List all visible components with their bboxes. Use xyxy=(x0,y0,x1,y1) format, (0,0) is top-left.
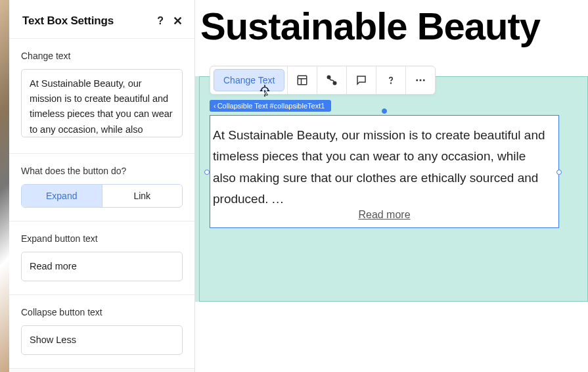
panel-title: Text Box Settings xyxy=(22,14,114,28)
seo-accessibility-header[interactable]: SEO & accessibility xyxy=(9,368,194,372)
toggle-expand[interactable]: Expand xyxy=(22,185,102,207)
expand-text-section: Expand button text xyxy=(9,221,194,294)
resize-handle-top[interactable] xyxy=(382,108,387,114)
collapse-text-label: Collapse button text xyxy=(21,307,183,317)
page-title[interactable]: Sustainable Beauty xyxy=(195,0,588,60)
element-tag-chip[interactable]: Collapsible Text #collapsibleText1 xyxy=(210,100,331,112)
panel-header-actions: ? ✕ xyxy=(157,15,183,27)
resize-handle-right[interactable] xyxy=(556,170,562,175)
svg-rect-0 xyxy=(298,76,307,85)
element-context-toolbar: Change Text xyxy=(210,66,436,95)
svg-point-6 xyxy=(417,80,418,81)
help-icon[interactable]: ? xyxy=(157,15,164,27)
editor-canvas[interactable]: Sustainable Beauty Change Text Collapsib… xyxy=(195,0,588,372)
change-text-label: Change text xyxy=(21,51,183,61)
read-more-link[interactable]: Read more xyxy=(210,209,558,221)
collapse-text-input[interactable] xyxy=(21,325,183,355)
button-action-toggle: Expand Link xyxy=(21,184,183,208)
change-text-textarea[interactable] xyxy=(21,69,183,137)
window-background-strip xyxy=(0,0,9,372)
ellipsis: ... xyxy=(272,192,284,206)
svg-point-5 xyxy=(391,83,392,83)
text-box-settings-panel: Text Box Settings ? ✕ Change text What d… xyxy=(9,0,195,372)
close-icon[interactable]: ✕ xyxy=(173,15,183,27)
svg-point-7 xyxy=(420,80,422,81)
button-action-label: What does the button do? xyxy=(21,166,183,176)
expand-text-label: Expand button text xyxy=(21,233,183,244)
collapsible-text-content[interactable]: At Sustainable Beauty, our mission is to… xyxy=(213,128,545,206)
change-text-button[interactable]: Change Text xyxy=(214,69,284,91)
more-options-icon[interactable] xyxy=(406,66,435,95)
panel-header: Text Box Settings ? ✕ xyxy=(9,0,194,38)
help-toolbar-icon[interactable] xyxy=(376,66,405,95)
collapsible-text-element[interactable]: At Sustainable Beauty, our mission is to… xyxy=(210,115,559,228)
element-tag-label: Collapsible Text #collapsibleText1 xyxy=(217,102,325,110)
animation-icon[interactable] xyxy=(317,66,346,95)
change-text-section: Change text xyxy=(9,38,194,153)
toggle-link[interactable]: Link xyxy=(102,185,183,207)
comment-icon[interactable] xyxy=(347,66,376,95)
collapse-text-section: Collapse button text xyxy=(9,294,194,368)
svg-point-8 xyxy=(423,80,425,81)
layout-icon[interactable] xyxy=(288,66,317,95)
expand-text-input[interactable] xyxy=(21,252,183,281)
resize-handle-left[interactable] xyxy=(204,170,210,175)
button-action-section: What does the button do? Expand Link xyxy=(9,153,194,221)
